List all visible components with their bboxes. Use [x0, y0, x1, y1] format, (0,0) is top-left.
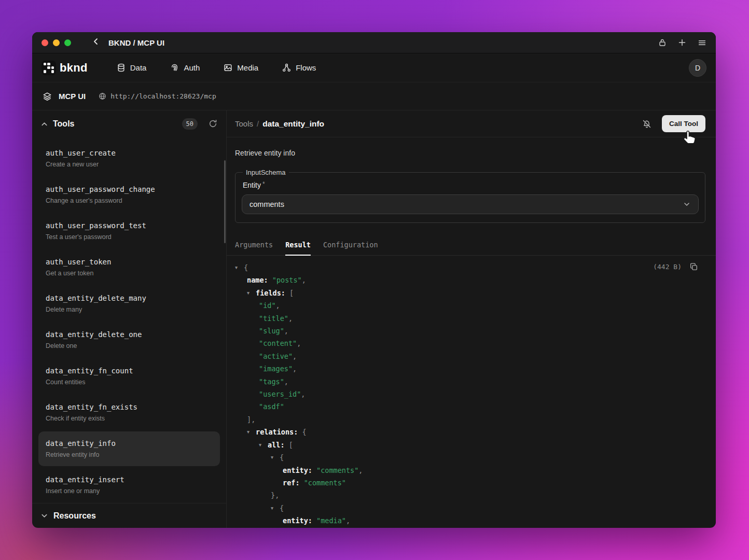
json-tree: ▼{name: "posts",▼fields: ["id","title","… [235, 261, 708, 528]
close-button[interactable] [41, 39, 48, 46]
json-line: "tags", [235, 375, 708, 388]
json-line: name: "posts", [235, 274, 708, 286]
json-line: ▼relations: { [235, 426, 708, 438]
tools-section-header[interactable]: Tools 50 [32, 110, 226, 137]
sidebar-item-auth_user_token[interactable]: auth_user_tokenGet a user token [38, 250, 220, 285]
json-line: entity: "media", [235, 514, 708, 527]
tool-name: data_entity_fn_count [46, 366, 213, 376]
subheader: MCP UI http://localhost:28623/mcp [32, 82, 716, 110]
nav-item-auth[interactable]: Auth [170, 63, 200, 72]
nav-item-flows[interactable]: Flows [282, 63, 316, 72]
nav-item-label: Media [237, 63, 258, 72]
new-tab-icon[interactable] [678, 38, 686, 47]
sidebar-item-data_entity_insert[interactable]: data_entity_insertInsert one or many [38, 468, 220, 502]
sidebar-item-data_entity_fn_count[interactable]: data_entity_fn_countCount entities [38, 359, 220, 394]
tab-configuration[interactable]: Configuration [323, 237, 378, 255]
result-json-viewer: (442 B) ▼{name: "posts",▼fields: ["id","… [227, 256, 716, 528]
back-button[interactable] [91, 37, 101, 48]
collapse-toggle-icon[interactable]: ▼ [271, 502, 276, 514]
refresh-icon[interactable] [209, 119, 218, 129]
tool-description: Delete one [46, 341, 213, 351]
tool-description: Change a user's password [46, 196, 213, 205]
sidebar-item-data_entity_fn_exists[interactable]: data_entity_fn_existsCheck if entity exi… [38, 395, 220, 430]
copy-icon[interactable] [689, 262, 698, 271]
required-mark: * [262, 180, 265, 188]
collapse-toggle-icon[interactable]: ▼ [235, 261, 240, 274]
avatar[interactable]: D [689, 59, 706, 77]
tool-description: Test a user's password [46, 232, 213, 242]
window-title: BKND / MCP UI [108, 38, 164, 47]
stack-icon [43, 92, 52, 101]
sidebar-item-auth_user_create[interactable]: auth_user_createCreate a new user [38, 141, 220, 176]
media-icon [224, 63, 232, 72]
sidebar-scrollbar[interactable] [224, 160, 226, 243]
entity-select-value: comments [249, 200, 284, 208]
menu-icon[interactable] [698, 38, 706, 47]
tool-description: Retrieve entity info [46, 450, 213, 459]
server-url[interactable]: http://localhost:28623/mcp [99, 92, 216, 100]
breadcrumb-root[interactable]: Tools [235, 119, 253, 128]
sidebar-item-auth_user_password_test[interactable]: auth_user_password_testTest a user's pas… [38, 214, 220, 248]
chevron-up-icon [40, 120, 48, 128]
json-line: "title", [235, 312, 708, 325]
entity-field-label: Entity* [243, 180, 698, 189]
sidebar-item-data_entity_delete_many[interactable]: data_entity_delete_manyDelete many [38, 286, 220, 321]
json-line: ▼all: [ [235, 439, 708, 451]
call-tool-button[interactable]: Call Tool [662, 115, 705, 132]
json-line: entity: "comments", [235, 464, 708, 477]
nav-item-media[interactable]: Media [224, 63, 258, 72]
minimize-button[interactable] [53, 39, 60, 46]
tab-result[interactable]: Result [285, 237, 311, 255]
nav-items: DataAuthMediaFlows [117, 63, 316, 72]
nav-item-data[interactable]: Data [117, 63, 147, 72]
tool-name: auth_user_password_change [46, 184, 213, 194]
sidebar-item-data_entity_info[interactable]: data_entity_infoRetrieve entity info [38, 431, 220, 466]
tool-description: Create a new user [46, 160, 213, 169]
input-schema-legend: InputSchema [243, 169, 289, 176]
globe-icon [99, 92, 106, 100]
json-line: ref: "media" [235, 527, 708, 528]
tool-description: Count entities [46, 377, 213, 387]
resources-section-label: Resources [53, 511, 96, 521]
tool-description: Insert one or many [46, 486, 213, 496]
json-line: }, [235, 489, 708, 501]
titlebar: BKND / MCP UI [32, 32, 716, 53]
main-panel: Tools / data_entity_info Call Tool Retri… [227, 110, 716, 528]
json-line: "asdf" [235, 400, 708, 413]
collapse-toggle-icon[interactable]: ▼ [259, 439, 264, 451]
tool-name: data_entity_fn_exists [46, 402, 213, 412]
json-line: ▼{ [235, 261, 708, 274]
sidebar-item-data_entity_delete_one[interactable]: data_entity_delete_oneDelete one [38, 323, 220, 357]
json-line: ▼{ [235, 451, 708, 464]
resources-section-header[interactable]: Resources [32, 503, 226, 528]
json-line: "slug", [235, 325, 708, 337]
fingerprint-icon [170, 63, 179, 72]
json-line: ▼{ [235, 502, 708, 514]
brand[interactable]: bknd [41, 61, 88, 75]
sidebar-item-auth_user_password_change[interactable]: auth_user_password_changeChange a user's… [38, 177, 220, 212]
collapse-toggle-icon[interactable]: ▼ [247, 426, 252, 438]
json-line: ▼fields: [ [235, 287, 708, 299]
tab-arguments[interactable]: Arguments [235, 237, 273, 255]
json-line: "images", [235, 362, 708, 375]
tool-name: auth_user_password_test [46, 220, 213, 231]
tool-name: auth_user_token [46, 257, 213, 267]
flows-icon [282, 63, 291, 72]
entity-select[interactable]: comments [242, 194, 699, 214]
tool-description: Check if entity exists [46, 414, 213, 423]
result-size: (442 B) [653, 263, 682, 271]
page-title: MCP UI [59, 92, 86, 101]
tool-name: auth_user_create [46, 148, 213, 158]
tool-description: Delete many [46, 305, 213, 314]
tool-name: data_entity_insert [46, 474, 213, 485]
lock-icon[interactable] [658, 38, 667, 47]
zoom-button[interactable] [64, 39, 71, 46]
collapse-toggle-icon[interactable]: ▼ [271, 451, 276, 464]
main-header: Tools / data_entity_info Call Tool [227, 110, 716, 137]
window-controls [41, 39, 71, 46]
notifications-off-button[interactable] [640, 117, 654, 131]
tool-name: data_entity_delete_one [46, 329, 213, 340]
breadcrumb-current: data_entity_info [262, 119, 324, 129]
database-icon [117, 63, 126, 72]
collapse-toggle-icon[interactable]: ▼ [247, 287, 252, 299]
